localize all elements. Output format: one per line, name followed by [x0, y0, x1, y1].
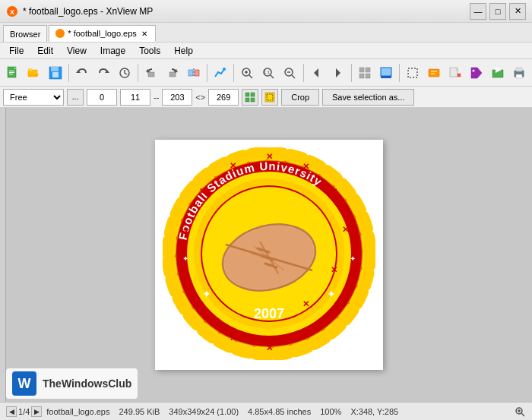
menu-help[interactable]: Help — [168, 44, 199, 58]
tb-grid-view-button[interactable] — [354, 62, 374, 84]
save-icon — [49, 66, 62, 80]
svg-text:✕: ✕ — [182, 275, 189, 284]
main-toolbar: 1:1 — [0, 59, 532, 87]
svg-line-30 — [271, 75, 274, 78]
menu-view[interactable]: View — [61, 44, 93, 58]
tb-new-button[interactable] — [3, 62, 23, 84]
svg-line-27 — [249, 75, 252, 78]
svg-point-23 — [223, 68, 226, 71]
svg-rect-11 — [51, 67, 59, 71]
tb-sep2 — [138, 64, 138, 82]
svg-rect-36 — [359, 68, 364, 72]
tab-browser-label: Browser — [10, 30, 40, 39]
watermark-text: TheWindowsClub — [43, 377, 131, 390]
zoom-status-icon — [514, 406, 526, 418]
svg-rect-56 — [516, 74, 522, 78]
svg-text:✕: ✕ — [182, 227, 189, 236]
tb-redo-button[interactable] — [93, 62, 113, 84]
svg-rect-40 — [381, 68, 391, 76]
tb-zoom-in-button[interactable] — [237, 62, 257, 84]
tb-sep7 — [399, 64, 400, 82]
status-physical-size: 4.85x4.85 inches — [248, 407, 311, 416]
x-coord-input[interactable] — [87, 89, 117, 106]
tb-undo-button[interactable] — [72, 62, 92, 84]
tb-extra1-button[interactable] — [445, 62, 465, 84]
grid-toggle-button[interactable] — [242, 89, 258, 106]
tab-browser[interactable]: Browser — [3, 25, 47, 42]
svg-marker-34 — [314, 68, 318, 77]
tab-bar: Browser * football_logo.eps ✕ — [0, 23, 532, 43]
tb-arrow-left-button[interactable] — [306, 62, 326, 84]
svg-text:2007: 2007 — [254, 306, 284, 321]
tb-zoom-out-button[interactable] — [280, 62, 299, 84]
status-filename: football_logo.eps — [46, 407, 109, 416]
title-controls: — □ ✕ — [470, 3, 526, 20]
svg-rect-39 — [366, 74, 370, 78]
tb-extra2-button[interactable] — [467, 62, 486, 84]
tab-image[interactable]: * football_logo.eps ✕ — [49, 25, 156, 42]
secondary-toolbar: Free 25% 50% 75% 100% 200% ... -- <> Cro… — [0, 87, 532, 108]
tab-close-icon[interactable]: ✕ — [140, 29, 149, 38]
tb-save-button[interactable] — [46, 62, 65, 84]
canvas-area[interactable]: Football Stadium University 2007 ✦ ✦ ✦ ✦… — [6, 108, 532, 402]
zoom-select[interactable]: Free 25% 50% 75% 100% 200% — [3, 89, 64, 106]
tb-arrow-right-button[interactable] — [328, 62, 347, 84]
tb-sep6 — [351, 64, 352, 82]
tb-select-button[interactable] — [403, 62, 423, 84]
svg-rect-58 — [251, 93, 255, 96]
page-navigation: ◀ 1/4 ▶ — [6, 406, 42, 417]
svg-text:X: X — [10, 8, 14, 16]
select-icon — [406, 66, 420, 80]
menu-edit[interactable]: Edit — [31, 44, 59, 58]
arrow-left-icon — [309, 66, 323, 80]
tb-rotate-left-button[interactable] — [141, 62, 161, 84]
height-input[interactable] — [208, 89, 239, 106]
tb-open-button[interactable] — [24, 62, 44, 84]
info-icon — [427, 66, 441, 80]
menu-image[interactable]: Image — [94, 44, 131, 58]
svg-point-51 — [472, 69, 474, 71]
tb-flip-button[interactable] — [184, 62, 204, 84]
svg-text:✦: ✦ — [350, 254, 356, 263]
page-prev-button[interactable]: ◀ — [6, 406, 17, 417]
crop-button[interactable]: Crop — [281, 89, 319, 106]
svg-text:✕: ✕ — [199, 187, 206, 196]
minimize-button[interactable]: — — [470, 3, 486, 20]
status-bar: ◀ 1/4 ▶ football_logo.eps 249.95 KiB 349… — [0, 402, 532, 420]
print-icon — [512, 66, 526, 80]
status-filesize: 249.95 KiB — [119, 407, 160, 416]
svg-text:✕: ✕ — [266, 343, 273, 352]
tb-extra3-button[interactable] — [488, 62, 508, 84]
coord-sep: <> — [195, 93, 205, 102]
svg-line-33 — [292, 75, 295, 78]
tb-rotate-right-button[interactable] — [163, 62, 182, 84]
tb-fullscreen-button[interactable] — [376, 62, 396, 84]
open-icon — [27, 66, 41, 80]
tb-btn3[interactable] — [115, 62, 135, 84]
svg-rect-60 — [251, 98, 255, 102]
y-coord-input[interactable] — [120, 89, 150, 106]
svg-text:✕: ✕ — [230, 333, 236, 343]
svg-rect-38 — [359, 74, 364, 78]
football-logo-image: Football Stadium University 2007 ✦ ✦ ✦ ✦… — [163, 147, 375, 360]
dots-button[interactable]: ... — [67, 89, 84, 106]
tb-print-button[interactable] — [509, 62, 529, 84]
watermark: W TheWindowsClub — [6, 368, 138, 399]
tb-sep5 — [303, 64, 304, 82]
tb-info-button[interactable] — [424, 62, 444, 84]
tb-sep1 — [68, 64, 69, 82]
maximize-button[interactable]: □ — [489, 3, 506, 20]
tb-zoom-100-button[interactable]: 1:1 — [258, 62, 278, 84]
width-input[interactable] — [162, 89, 192, 106]
undo-icon — [75, 66, 89, 80]
close-button[interactable]: ✕ — [509, 3, 526, 20]
title-bar-left: X * football_logo.eps - XnView MP — [6, 5, 153, 17]
selection-button[interactable] — [261, 89, 278, 106]
save-selection-button[interactable]: Save selection as... — [322, 89, 414, 106]
tag-icon — [470, 66, 483, 80]
menu-file[interactable]: File — [3, 44, 30, 58]
page-next-button[interactable]: ▶ — [31, 406, 42, 417]
tb-chart-button[interactable] — [211, 62, 230, 84]
zoom-out-icon — [283, 66, 296, 80]
menu-tools[interactable]: Tools — [133, 44, 166, 58]
